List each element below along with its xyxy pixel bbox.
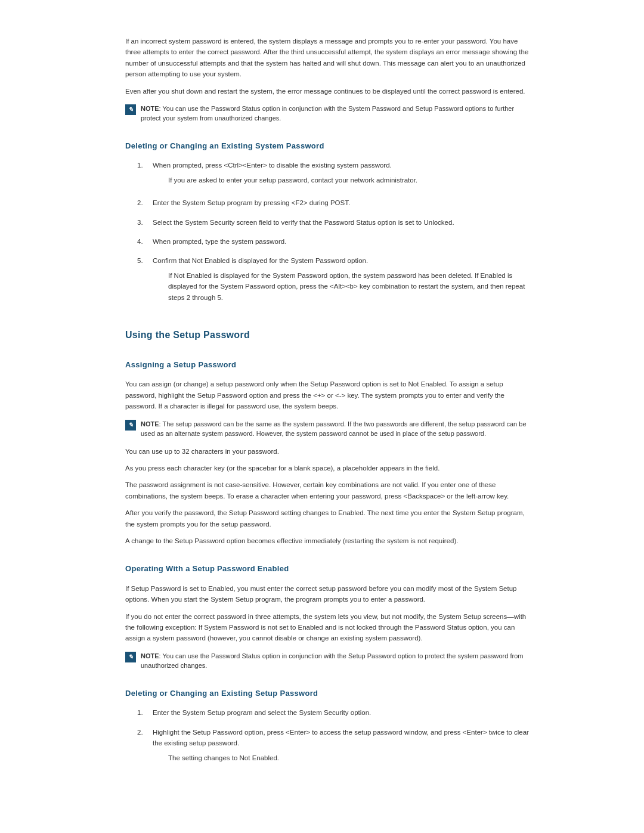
assign-para1: You can assign (or change) a setup passw…	[125, 379, 531, 411]
intro-para2: Even after you shut down and restart the…	[125, 86, 531, 97]
note-icon-2: ✎	[125, 420, 136, 431]
list-item: 1. Enter the System Setup program and se…	[137, 707, 531, 718]
note-icon-1: ✎	[125, 104, 136, 115]
page-container: If an incorrect system password is enter…	[66, 0, 578, 811]
list-item: 2. Enter the System Setup program by pre…	[137, 197, 531, 208]
operating-note-text: NOTE: You can use the Password Status op…	[141, 651, 531, 671]
intro-para1: If an incorrect system password is enter…	[125, 36, 531, 80]
sub-note-1: If you are asked to enter your setup pas…	[168, 175, 531, 185]
list-item: 1. When prompted, press <Ctrl><Enter> to…	[137, 160, 531, 189]
section-delete-system-title: Deleting or Changing an Existing System …	[125, 140, 531, 152]
assign-para5: After you verify the password, the Setup…	[125, 507, 531, 529]
subsection-operating-title: Operating With a Setup Password Enabled	[125, 563, 531, 575]
operating-note-block: ✎ NOTE: You can use the Password Status …	[125, 651, 531, 671]
note-icon-3: ✎	[125, 652, 136, 662]
assign-note-block: ✎ NOTE: The setup password can be the sa…	[125, 419, 531, 439]
list-item: 3. Select the System Security screen fie…	[137, 217, 531, 228]
assign-para6: A change to the Setup Password option be…	[125, 535, 531, 546]
list-item: 2. Highlight the Setup Password option, …	[137, 727, 531, 767]
assign-note-text: NOTE: The setup password can be the same…	[141, 419, 531, 439]
assign-para3: As you press each character key (or the …	[125, 463, 531, 473]
operating-para2: If you do not enter the correct password…	[125, 611, 531, 644]
sub-note-5: If Not Enabled is displayed for the Syst…	[168, 270, 531, 303]
assign-para2: You can use up to 32 characters in your …	[125, 446, 531, 457]
sub-note-setup-2: The setting changes to Not Enabled.	[168, 753, 531, 763]
delete-system-steps-list: 1. When prompted, press <Ctrl><Enter> to…	[137, 160, 531, 306]
subsection-assign-title: Assigning a Setup Password	[125, 359, 531, 371]
main-section-setup-title: Using the Setup Password	[125, 328, 531, 342]
list-item: 5. Confirm that Not Enabled is displayed…	[137, 255, 531, 306]
assign-para4: The password assignment is not case-sens…	[125, 479, 531, 501]
list-item: 4. When prompted, type the system passwo…	[137, 236, 531, 247]
subsection-delete-setup-title: Deleting or Changing an Existing Setup P…	[125, 688, 531, 699]
intro-note-block: ✎ NOTE: You can use the Password Status …	[125, 104, 531, 123]
delete-setup-steps-list: 1. Enter the System Setup program and se…	[137, 707, 531, 767]
intro-note-text: NOTE: You can use the Password Status op…	[141, 104, 531, 123]
operating-para1: If Setup Password is set to Enabled, you…	[125, 583, 531, 605]
